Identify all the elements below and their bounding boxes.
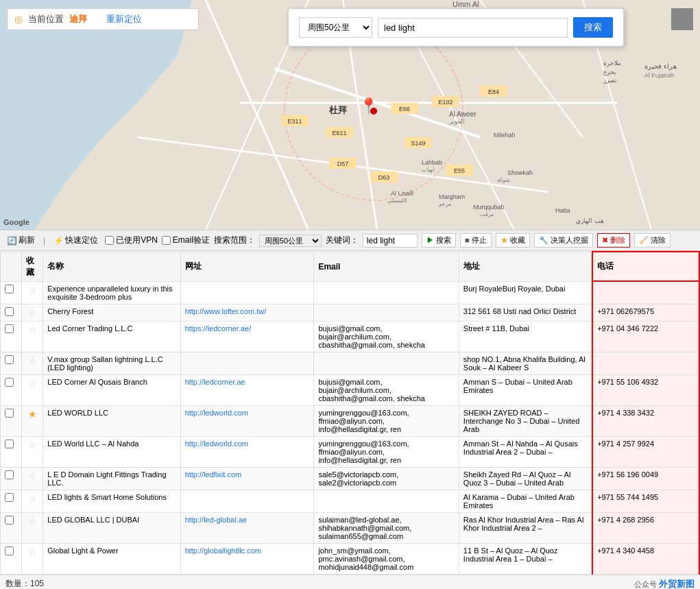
- favorite-star[interactable]: ☆: [28, 546, 37, 557]
- svg-text:杜拜: 杜拜: [328, 105, 348, 115]
- row-url-link[interactable]: http://globallightllc.com: [185, 546, 261, 555]
- refresh-button[interactable]: 🔄 刷新: [4, 233, 38, 248]
- row-fav-cell[interactable]: ☆: [22, 543, 43, 574]
- favorite-star[interactable]: ☆: [28, 324, 37, 335]
- row-fav-cell[interactable]: ★: [22, 405, 43, 436]
- row-checkbox-cell[interactable]: [1, 281, 22, 304]
- row-phone: +971 4 257 9924: [592, 436, 699, 467]
- table-row: ☆LED lights & Smart Home SolutionsAl Kar…: [1, 490, 700, 512]
- row-phone: +971 55 106 4932: [592, 374, 699, 405]
- row-url[interactable]: [180, 281, 314, 304]
- row-url[interactable]: http://globallightllc.com: [180, 543, 314, 574]
- row-fav-cell[interactable]: ☆: [22, 374, 43, 405]
- row-url[interactable]: http://ledworld.com: [180, 405, 314, 436]
- row-checkbox-cell[interactable]: [1, 405, 22, 436]
- row-url[interactable]: http://www.lofter.com.tw/: [180, 304, 314, 321]
- row-url-link[interactable]: http://led-global.ae: [185, 516, 248, 524]
- collect-button[interactable]: ★ 收藏: [496, 233, 530, 248]
- use-vpn-checkbox[interactable]: [105, 236, 114, 245]
- row-checkbox[interactable]: [5, 307, 14, 316]
- row-checkbox[interactable]: [5, 285, 14, 293]
- favorite-star[interactable]: ★: [28, 409, 37, 420]
- row-checkbox[interactable]: [5, 493, 14, 502]
- row-phone: [592, 281, 699, 304]
- delete-button[interactable]: ✖ 删除: [597, 233, 630, 248]
- row-phone: +971 4 340 4458: [592, 543, 699, 574]
- row-checkbox-cell[interactable]: [1, 352, 22, 374]
- email-verify-checkbox-label[interactable]: Email验证: [162, 235, 210, 246]
- row-checkbox-cell[interactable]: [1, 304, 22, 321]
- svg-text:E66: E66: [399, 106, 410, 112]
- quick-locate-button[interactable]: ⚡ 快速定位: [51, 233, 101, 248]
- row-url[interactable]: [180, 490, 314, 512]
- row-checkbox[interactable]: [5, 355, 14, 364]
- table-header-row: 收藏 名称 网址 Email 地址 电话: [1, 252, 700, 281]
- row-url-link[interactable]: http://ledworld.com: [185, 409, 248, 417]
- row-fav-cell[interactable]: ☆: [22, 281, 43, 304]
- row-url[interactable]: https://ledcorner.ae/: [180, 321, 314, 352]
- favorite-star[interactable]: ☆: [28, 307, 37, 318]
- row-address: Burj RoyaleBurj Royale, Dubai: [459, 281, 592, 304]
- row-email: sale5@victoriapcb.com, sale2@victoriapcb…: [314, 467, 459, 490]
- favorite-star[interactable]: ☆: [28, 378, 37, 389]
- favorite-star[interactable]: ☆: [28, 516, 37, 527]
- relocate-button[interactable]: 重新定位: [106, 13, 142, 25]
- svg-text:S149: S149: [411, 140, 425, 147]
- row-url[interactable]: http://ledworld.com: [180, 436, 314, 467]
- row-url[interactable]: http://led-global.ae: [180, 512, 314, 543]
- row-email: bujusi@gmail.com, bujair@archilum.com, c…: [314, 321, 459, 352]
- row-fav-cell[interactable]: ☆: [22, 436, 43, 467]
- row-checkbox[interactable]: [5, 516, 14, 525]
- row-checkbox[interactable]: [5, 546, 14, 555]
- row-checkbox-cell[interactable]: [1, 436, 22, 467]
- row-url-link[interactable]: http://ledcorner.ae: [185, 378, 245, 386]
- row-checkbox[interactable]: [5, 324, 14, 333]
- row-checkbox-cell[interactable]: [1, 467, 22, 490]
- row-checkbox-cell[interactable]: [1, 321, 22, 352]
- row-fav-cell[interactable]: ☆: [22, 321, 43, 352]
- row-fav-cell[interactable]: ☆: [22, 467, 43, 490]
- row-checkbox-cell[interactable]: [1, 490, 22, 512]
- radius-select[interactable]: 周围10公里周围20公里周围50公里周围100公里: [299, 17, 372, 38]
- svg-text:E84: E84: [488, 88, 499, 95]
- delete-icon: ✖: [602, 236, 608, 244]
- clear-button[interactable]: 🧹 清除: [634, 233, 671, 248]
- favorite-star[interactable]: ☆: [28, 285, 37, 296]
- row-url[interactable]: http://ledcorner.ae: [180, 374, 314, 405]
- row-url-link[interactable]: http://www.lofter.com.tw/: [185, 307, 267, 315]
- favorite-star[interactable]: ☆: [28, 355, 37, 366]
- row-fav-cell[interactable]: ☆: [22, 352, 43, 374]
- search-scope-select[interactable]: 周围10公里周围20公里周围50公里周围100公里: [259, 235, 322, 247]
- favorite-star[interactable]: ☆: [28, 470, 37, 481]
- row-checkbox-cell[interactable]: [1, 543, 22, 574]
- stop-button[interactable]: ■ 停止: [460, 233, 492, 248]
- keyword-input[interactable]: [363, 234, 418, 248]
- toolbar-search-button[interactable]: ▶ 搜索: [422, 233, 456, 248]
- favorite-star[interactable]: ☆: [28, 440, 37, 450]
- search-button[interactable]: 搜索: [573, 17, 613, 38]
- row-url-link[interactable]: https://ledcorner.ae/: [185, 324, 252, 333]
- row-phone: +971 4 338 3432: [592, 405, 699, 436]
- search-input[interactable]: [378, 18, 568, 38]
- favorite-star[interactable]: ☆: [28, 493, 37, 504]
- row-url-link[interactable]: http://ledfixit.com: [185, 470, 242, 479]
- row-email: yumingrenggou@163.com, ffmiao@aliyun.com…: [314, 436, 459, 467]
- row-checkbox[interactable]: [5, 470, 14, 479]
- gray-square-button[interactable]: [671, 8, 693, 30]
- row-checkbox-cell[interactable]: [1, 374, 22, 405]
- row-checkbox[interactable]: [5, 440, 14, 448]
- row-fav-cell[interactable]: ☆: [22, 512, 43, 543]
- svg-text:Showkah: Showkah: [507, 169, 533, 176]
- row-url[interactable]: [180, 352, 314, 374]
- row-checkbox-cell[interactable]: [1, 512, 22, 543]
- svg-text:Al Fujairah: Al Fujairah: [644, 72, 674, 79]
- email-verify-checkbox[interactable]: [162, 236, 171, 245]
- row-checkbox[interactable]: [5, 378, 14, 387]
- row-checkbox[interactable]: [5, 409, 14, 418]
- row-url[interactable]: http://ledfixit.com: [180, 467, 314, 490]
- use-vpn-checkbox-label[interactable]: 已使用VPN: [105, 235, 158, 246]
- row-fav-cell[interactable]: ☆: [22, 304, 43, 321]
- row-url-link[interactable]: http://ledworld.com: [185, 440, 248, 448]
- decision-button[interactable]: 🔧 决策人挖掘: [534, 233, 593, 248]
- row-fav-cell[interactable]: ☆: [22, 490, 43, 512]
